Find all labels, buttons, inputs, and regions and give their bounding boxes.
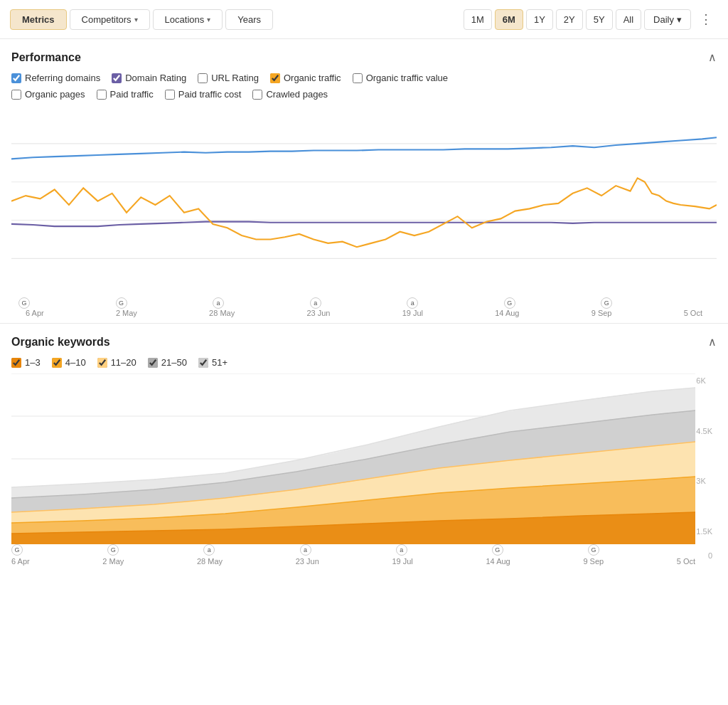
time-2y[interactable]: 2Y: [556, 9, 583, 30]
x-label-6apr: 6 Apr: [26, 309, 44, 317]
years-tab[interactable]: Years: [225, 9, 273, 30]
toolbar-left: Metrics Competitors ▾ Locations ▾ Years: [10, 9, 461, 30]
k-x-label-19jul: 19 Jul: [392, 557, 412, 566]
time-5y[interactable]: 5Y: [586, 9, 613, 30]
k-annotation-5oct: [684, 544, 695, 556]
k-x-label-5oct: 5 Oct: [677, 557, 695, 566]
checkbox-pos4-10[interactable]: 4–10: [52, 357, 86, 368]
checkbox-paid-traffic[interactable]: Paid traffic: [97, 89, 154, 100]
checkbox-pos51plus-label: 51+: [212, 357, 228, 368]
performance-checkboxes-row1: Referring domains Domain Rating URL Rati…: [11, 73, 717, 83]
checkbox-paid-traffic-cost-label: Paid traffic cost: [178, 89, 242, 100]
checkbox-organic-traffic-input[interactable]: [270, 73, 280, 83]
k-badge-14aug: G: [492, 544, 503, 556]
checkbox-pos51plus[interactable]: 51+: [198, 357, 228, 368]
performance-header: Performance ∧: [11, 51, 717, 64]
time-6m[interactable]: 6M: [495, 9, 523, 30]
organic-keywords-section: Organic keywords ∧ 1–3 4–10 11–20 21–50 …: [0, 324, 728, 580]
checkbox-url-rating-label: URL Rating: [211, 73, 259, 83]
x-label-2may: 2 May: [116, 309, 137, 317]
checkbox-pos11-20-label: 11–20: [111, 357, 136, 368]
checkbox-organic-traffic-value-label: Organic traffic value: [366, 73, 448, 83]
x-label-5oct: 5 Oct: [684, 309, 702, 317]
competitors-label: Competitors: [82, 14, 132, 25]
checkbox-crawled-pages[interactable]: Crawled pages: [252, 89, 328, 100]
checkbox-pos1-3-input[interactable]: [11, 358, 21, 368]
checkbox-paid-traffic-cost[interactable]: Paid traffic cost: [165, 89, 242, 100]
checkbox-referring-domains-input[interactable]: [11, 73, 21, 83]
y-label-6k: 6K: [696, 376, 712, 385]
checkbox-crawled-pages-label: Crawled pages: [266, 89, 328, 100]
performance-section: Performance ∧ Referring domains Domain R…: [0, 39, 728, 324]
k-x-label-2may: 2 May: [102, 557, 124, 566]
checkbox-url-rating-input[interactable]: [198, 73, 208, 83]
checkbox-pos11-20[interactable]: 11–20: [97, 357, 136, 368]
organic-keywords-chart: 6K 4.5K 3K 1.5K: [11, 373, 717, 580]
years-label: Years: [237, 14, 261, 25]
checkbox-pos21-50[interactable]: 21–50: [148, 357, 187, 368]
frequency-dropdown[interactable]: Daily ▾: [644, 9, 691, 30]
checkbox-organic-pages-input[interactable]: [11, 90, 21, 100]
checkbox-crawled-pages-input[interactable]: [252, 90, 262, 100]
k-annotation-2may: G: [107, 544, 119, 556]
metrics-label: Metrics: [22, 14, 55, 25]
performance-chart: [11, 105, 717, 304]
k-badge-6apr: G: [11, 544, 23, 556]
checkbox-pos4-10-input[interactable]: [52, 358, 62, 368]
k-badge-28may: a: [203, 544, 215, 556]
keywords-annotations: G G a a a G G: [11, 544, 695, 556]
frequency-label: Daily: [653, 14, 674, 25]
performance-collapse-button[interactable]: ∧: [708, 51, 717, 64]
checkbox-referring-domains[interactable]: Referring domains: [11, 73, 100, 83]
k-annotation-14aug: G: [492, 544, 503, 556]
locations-label: Locations: [165, 14, 205, 25]
k-annotation-23jun: a: [300, 544, 311, 556]
checkbox-organic-pages-label: Organic pages: [25, 89, 85, 100]
keywords-x-axis: 6 Apr 2 May 28 May 23 Jun 19 Jul 14 Aug …: [11, 556, 695, 567]
checkbox-domain-rating-label: Domain Rating: [125, 73, 186, 83]
checkbox-domain-rating[interactable]: Domain Rating: [112, 73, 186, 83]
k-badge-9sep: G: [588, 544, 599, 556]
organic-keywords-checkboxes: 1–3 4–10 11–20 21–50 51+: [11, 357, 717, 368]
competitors-chevron: ▾: [134, 16, 138, 23]
checkbox-url-rating[interactable]: URL Rating: [198, 73, 259, 83]
k-annotation-6apr: G: [11, 544, 23, 556]
competitors-tab[interactable]: Competitors ▾: [70, 9, 150, 30]
checkbox-organic-pages[interactable]: Organic pages: [11, 89, 85, 100]
k-x-label-9sep: 9 Sep: [583, 557, 604, 566]
more-options-button[interactable]: ⋮: [694, 7, 718, 31]
checkbox-pos1-3-label: 1–3: [25, 357, 41, 368]
checkbox-referring-domains-label: Referring domains: [25, 73, 100, 83]
k-x-label-6apr: 6 Apr: [11, 557, 30, 566]
x-label-9sep: 9 Sep: [592, 309, 612, 317]
time-1m[interactable]: 1M: [464, 9, 492, 30]
x-label-19jul: 19 Jul: [402, 309, 423, 317]
x-label-23jun: 23 Jun: [306, 309, 330, 317]
k-x-label-23jun: 23 Jun: [296, 557, 319, 566]
checkbox-paid-traffic-input[interactable]: [97, 90, 107, 100]
time-1y[interactable]: 1Y: [526, 9, 553, 30]
frequency-chevron: ▾: [677, 14, 682, 25]
checkbox-pos4-10-label: 4–10: [65, 357, 86, 368]
y-label-1-5k: 1.5K: [696, 527, 712, 536]
checkbox-paid-traffic-cost-input[interactable]: [165, 90, 175, 100]
time-all[interactable]: All: [616, 9, 641, 30]
locations-tab[interactable]: Locations ▾: [153, 9, 223, 30]
checkbox-pos51plus-input[interactable]: [198, 358, 208, 368]
checkbox-pos1-3[interactable]: 1–3: [11, 357, 41, 368]
checkbox-organic-traffic-value-input[interactable]: [353, 73, 363, 83]
checkbox-pos21-50-input[interactable]: [148, 358, 158, 368]
checkbox-organic-traffic[interactable]: Organic traffic: [270, 73, 341, 83]
k-annotation-28may: a: [203, 544, 215, 556]
checkbox-pos21-50-label: 21–50: [161, 357, 187, 368]
checkbox-organic-traffic-value[interactable]: Organic traffic value: [353, 73, 448, 83]
checkbox-domain-rating-input[interactable]: [112, 73, 122, 83]
organic-keywords-collapse-button[interactable]: ∧: [708, 335, 717, 349]
performance-checkboxes-row2: Organic pages Paid traffic Paid traffic …: [11, 89, 717, 100]
more-icon: ⋮: [700, 11, 712, 27]
toolbar: Metrics Competitors ▾ Locations ▾ Years …: [0, 0, 728, 39]
checkbox-pos11-20-input[interactable]: [97, 358, 107, 368]
metrics-tab[interactable]: Metrics: [10, 9, 67, 30]
y-axis-labels: 6K 4.5K 3K 1.5K: [696, 373, 712, 539]
y-label-3k: 3K: [696, 477, 712, 485]
